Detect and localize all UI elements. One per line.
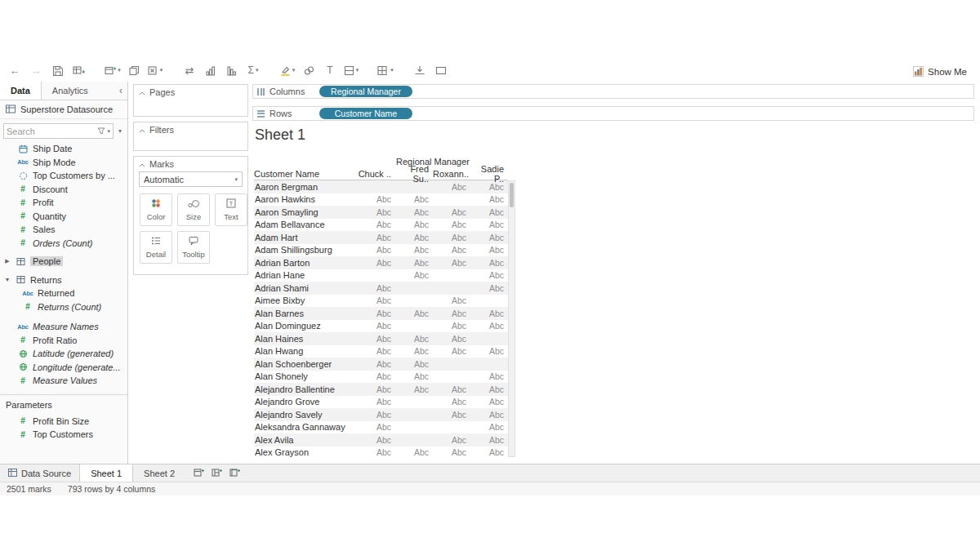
- mark-cell[interactable]: Abc: [433, 182, 470, 192]
- detail-button[interactable]: Detail: [140, 231, 172, 264]
- row-header-cell[interactable]: Alan Haines: [254, 334, 358, 344]
- row-header-cell[interactable]: Alex Grayson: [254, 447, 358, 457]
- field-item[interactable]: AbcMeasure Names: [0, 320, 127, 334]
- tab-analytics[interactable]: Analytics: [42, 82, 99, 100]
- rows-shelf[interactable]: Rows Customer Name: [252, 106, 974, 121]
- row-header-cell[interactable]: Adrian Barton: [254, 258, 358, 268]
- rows-pill-customer-name[interactable]: Customer Name: [319, 108, 412, 119]
- tab-sheet-2[interactable]: Sheet 2: [133, 464, 185, 482]
- mark-cell[interactable]: Abc: [470, 410, 508, 420]
- mark-cell[interactable]: Abc: [470, 346, 508, 356]
- mark-cell[interactable]: Abc: [358, 397, 395, 407]
- row-header-cell[interactable]: Alan Dominguez: [254, 321, 358, 331]
- group-members-icon[interactable]: [301, 62, 317, 78]
- mark-cell[interactable]: Abc: [358, 233, 395, 242]
- mark-cell[interactable]: Abc: [395, 207, 433, 217]
- field-item[interactable]: ▶People: [0, 255, 127, 269]
- share-workbook-icon[interactable]: [433, 62, 449, 78]
- field-item[interactable]: Ship Date: [0, 142, 127, 156]
- row-header-cell[interactable]: Aaron Hawkins: [254, 194, 358, 204]
- tab-data[interactable]: Data: [0, 82, 42, 100]
- undo-icon[interactable]: ←: [7, 62, 23, 78]
- row-header-cell[interactable]: Aimee Bixby: [254, 295, 358, 305]
- mark-cell[interactable]: Abc: [470, 182, 508, 192]
- tab-sheet-1[interactable]: Sheet 1: [79, 464, 133, 482]
- mark-cell[interactable]: Abc: [358, 309, 395, 318]
- collapse-filters-icon[interactable]: [139, 125, 145, 135]
- mark-cell[interactable]: Abc: [395, 220, 433, 229]
- field-item[interactable]: ▼Returns: [0, 273, 127, 287]
- mark-cell[interactable]: Abc: [358, 295, 395, 305]
- field-item[interactable]: Longitude (generate...: [0, 361, 127, 375]
- filter-fields-icon[interactable]: ▾: [97, 127, 110, 135]
- field-item[interactable]: #Sales: [0, 223, 127, 237]
- collapse-marks-icon[interactable]: [139, 159, 145, 169]
- mark-cell[interactable]: Abc: [433, 233, 470, 242]
- mark-cell[interactable]: Abc: [470, 447, 508, 457]
- color-button[interactable]: Color: [140, 193, 172, 226]
- collapse-pages-icon[interactable]: [139, 87, 145, 97]
- mark-cell[interactable]: Abc: [433, 220, 470, 229]
- tooltip-button[interactable]: Tooltip: [177, 231, 210, 264]
- mark-cell[interactable]: Abc: [470, 309, 508, 318]
- redo-icon[interactable]: →: [28, 62, 44, 78]
- expand-icon[interactable]: ▶: [4, 258, 11, 264]
- mark-cell[interactable]: Abc: [358, 384, 395, 394]
- duplicate-sheet-icon[interactable]: [126, 62, 142, 78]
- row-header-cell[interactable]: Adrian Shami: [254, 283, 358, 293]
- field-item[interactable]: #Orders (Count): [0, 237, 127, 251]
- mark-cell[interactable]: Abc: [358, 371, 395, 381]
- mark-cell[interactable]: Abc: [358, 334, 395, 344]
- mark-cell[interactable]: Abc: [470, 258, 508, 268]
- mark-cell[interactable]: Abc: [433, 207, 470, 217]
- columns-pill-regional-manager[interactable]: Regional Manager: [319, 86, 412, 97]
- mark-cell[interactable]: Abc: [358, 220, 395, 229]
- datasource-item[interactable]: Superstore Datasource: [0, 100, 127, 119]
- mark-cell[interactable]: Abc: [433, 447, 470, 457]
- mark-type-dropdown[interactable]: Automatic ▾: [139, 171, 243, 187]
- highlight-icon[interactable]: ▾: [279, 62, 296, 78]
- mark-cell[interactable]: Abc: [395, 194, 433, 204]
- mark-cell[interactable]: Abc: [358, 194, 395, 204]
- mark-cell[interactable]: Abc: [433, 321, 470, 331]
- row-header-cell[interactable]: Alan Barnes: [254, 309, 358, 318]
- presentation-mode-icon[interactable]: [412, 62, 428, 78]
- mark-cell[interactable]: Abc: [470, 194, 508, 204]
- mark-cell[interactable]: Abc: [395, 346, 433, 356]
- sort-ascending-icon[interactable]: [203, 62, 219, 78]
- mark-cell[interactable]: Abc: [358, 207, 395, 217]
- row-header-cell[interactable]: Alan Schoenberger: [254, 359, 358, 369]
- mark-cell[interactable]: Abc: [358, 283, 395, 293]
- mark-cell[interactable]: Abc: [433, 258, 470, 268]
- row-header-cell[interactable]: Alejandro Savely: [254, 410, 358, 420]
- mark-cell[interactable]: Abc: [470, 422, 508, 432]
- row-header-cell[interactable]: Alejandro Ballentine: [254, 384, 358, 394]
- mark-cell[interactable]: Abc: [395, 233, 433, 242]
- mark-cell[interactable]: Abc: [470, 397, 508, 407]
- columns-shelf[interactable]: Columns Regional Manager: [252, 84, 974, 99]
- field-item[interactable]: #Profit Bin Size: [0, 415, 127, 429]
- mark-cell[interactable]: Abc: [358, 258, 395, 268]
- row-header-cell[interactable]: Adam Hart: [254, 233, 358, 242]
- row-header-title[interactable]: Customer Name: [254, 169, 358, 179]
- mark-cell[interactable]: Abc: [433, 295, 470, 305]
- mark-cell[interactable]: Abc: [470, 321, 508, 331]
- field-item[interactable]: #Top Customers: [0, 428, 127, 442]
- mark-cell[interactable]: Abc: [470, 283, 508, 293]
- show-me-button[interactable]: Show Me: [913, 64, 967, 80]
- new-story-tab-icon[interactable]: [229, 468, 240, 479]
- row-header-cell[interactable]: Adam Bellavance: [254, 220, 358, 229]
- mark-cell[interactable]: Abc: [358, 359, 395, 369]
- mark-cell[interactable]: Abc: [395, 245, 433, 255]
- fix-axes-icon[interactable]: ▾: [343, 62, 359, 78]
- field-item[interactable]: #Profit: [0, 196, 127, 210]
- mark-cell[interactable]: Abc: [470, 245, 508, 255]
- mark-cell[interactable]: Abc: [395, 309, 433, 318]
- text-button[interactable]: T Text: [215, 193, 247, 226]
- column-header[interactable]: Sadie P..: [470, 164, 508, 184]
- row-header-cell[interactable]: Aleksandra Gannaway: [254, 422, 358, 432]
- mark-cell[interactable]: Abc: [358, 346, 395, 356]
- mark-cell[interactable]: Abc: [433, 245, 470, 255]
- row-header-cell[interactable]: Aaron Bergman: [254, 182, 358, 192]
- mark-cell[interactable]: Abc: [395, 258, 433, 268]
